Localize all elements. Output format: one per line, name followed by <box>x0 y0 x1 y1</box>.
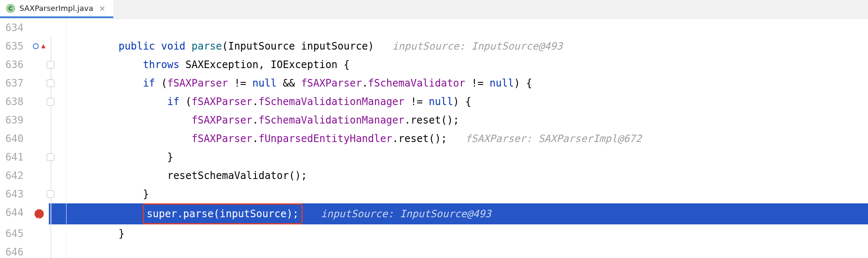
override-marker-icon[interactable] <box>33 43 39 49</box>
arrow-up-icon <box>41 44 45 48</box>
line-number: 645 <box>0 224 29 243</box>
gutter-mark <box>29 243 49 258</box>
execution-point: super.parse(inputSource); <box>143 203 302 224</box>
keyword: null <box>429 96 453 108</box>
tab-bar: C SAXParserImpl.java × <box>0 0 868 18</box>
tab-filename: SAXParserImpl.java <box>19 4 93 13</box>
field: fSAXParser <box>192 114 253 126</box>
field: fSAXParser <box>167 77 228 89</box>
gutter-mark <box>29 55 49 74</box>
field: fSAXParser <box>301 77 362 89</box>
op: != <box>471 77 484 89</box>
line-number: 644 <box>0 203 29 224</box>
op: != <box>234 77 246 89</box>
field: fSAXParser <box>192 133 253 145</box>
code-line-current[interactable]: super.parse(inputSource); inputSource: I… <box>67 203 868 224</box>
op: && <box>283 77 295 89</box>
class-icon: C <box>6 4 15 13</box>
line-number: 643 <box>0 185 29 203</box>
code-line[interactable]: fSAXParser.fUnparsedEntityHandler.reset(… <box>67 129 868 148</box>
fold-icon[interactable] <box>47 79 54 87</box>
code-line[interactable]: } <box>67 224 868 243</box>
field: fSchemaValidationManager <box>258 96 405 108</box>
fold-gutter[interactable] <box>49 92 67 111</box>
code-line[interactable]: public void parse(InputSource inputSourc… <box>67 37 868 55</box>
fold-gutter <box>49 203 67 224</box>
line-number: 634 <box>0 18 29 37</box>
fold-gutter <box>49 224 67 243</box>
code-line[interactable] <box>67 18 868 37</box>
fold-gutter[interactable] <box>49 185 67 203</box>
method-call: reset <box>410 114 441 126</box>
fold-gutter[interactable] <box>49 55 67 74</box>
fold-gutter <box>49 166 67 185</box>
field: fSchemaValidationManager <box>258 114 405 126</box>
op: != <box>410 96 423 108</box>
fold-gutter[interactable] <box>49 148 67 166</box>
fold-gutter <box>49 243 67 258</box>
keyword: if <box>143 77 155 89</box>
code-line[interactable]: if (fSAXParser.fSchemaValidationManager … <box>67 92 868 111</box>
code-line[interactable]: throws SAXException, IOException { <box>67 55 868 74</box>
keyword: null <box>490 77 514 89</box>
close-icon[interactable]: × <box>97 4 107 13</box>
line-number: 640 <box>0 129 29 148</box>
gutter-mark <box>29 166 49 185</box>
fold-gutter <box>49 37 67 55</box>
line-number: 638 <box>0 92 29 111</box>
line-number: 639 <box>0 111 29 129</box>
method-name: parse <box>192 40 222 52</box>
code-line[interactable] <box>67 243 868 258</box>
fold-gutter <box>49 18 67 37</box>
fold-gutter <box>49 111 67 129</box>
line-number: 641 <box>0 148 29 166</box>
fold-icon[interactable] <box>47 190 54 198</box>
arg: inputSource <box>220 208 287 220</box>
gutter-mark <box>29 92 49 111</box>
fold-icon[interactable] <box>47 61 54 68</box>
keyword: super <box>146 208 177 220</box>
code-line[interactable]: } <box>67 185 868 203</box>
type: InputSource <box>228 40 295 52</box>
method-call: reset <box>398 133 429 145</box>
line-number: 642 <box>0 166 29 185</box>
field: fSchemaValidator <box>368 77 465 89</box>
param: inputSource <box>301 40 368 52</box>
keyword: public <box>119 40 155 52</box>
gutter-mark[interactable] <box>29 203 49 224</box>
breakpoint-icon[interactable] <box>35 209 44 219</box>
line-number: 646 <box>0 243 29 258</box>
code-editor[interactable]: 634 635 public void parse(InputSource in… <box>0 18 868 258</box>
gutter-mark <box>29 111 49 129</box>
method-call: parse <box>183 208 213 220</box>
gutter-mark <box>29 74 49 92</box>
inline-hint: fSAXParser: SAXParserImpl@672 <box>465 133 642 145</box>
keyword: if <box>167 96 179 108</box>
field: fSAXParser <box>192 96 253 108</box>
inline-hint: inputSource: InputSource@493 <box>321 208 491 220</box>
type: IOException <box>271 59 338 71</box>
code-line[interactable]: if (fSAXParser != null && fSAXParser.fSc… <box>67 74 868 92</box>
code-line[interactable]: } <box>67 148 868 166</box>
keyword: throws <box>143 59 179 71</box>
type: SAXException <box>186 59 258 71</box>
inline-hint: inputSource: InputSource@493 <box>392 40 563 52</box>
gutter-mark <box>29 18 49 37</box>
keyword: null <box>253 77 277 89</box>
line-number: 636 <box>0 55 29 74</box>
code-line[interactable]: fSAXParser.fSchemaValidationManager.rese… <box>67 111 868 129</box>
field: fUnparsedEntityHandler <box>258 133 392 145</box>
line-number: 635 <box>0 37 29 55</box>
code-line[interactable]: resetSchemaValidator(); <box>67 166 868 185</box>
gutter-mark <box>29 185 49 203</box>
line-number: 637 <box>0 74 29 92</box>
gutter-mark[interactable] <box>29 37 49 55</box>
fold-gutter <box>49 129 67 148</box>
gutter-mark <box>29 148 49 166</box>
fold-icon[interactable] <box>47 153 54 161</box>
file-tab[interactable]: C SAXParserImpl.java × <box>0 0 113 18</box>
fold-icon[interactable] <box>47 98 54 105</box>
gutter-mark <box>29 129 49 148</box>
method-call: resetSchemaValidator <box>167 170 289 182</box>
fold-gutter[interactable] <box>49 74 67 92</box>
